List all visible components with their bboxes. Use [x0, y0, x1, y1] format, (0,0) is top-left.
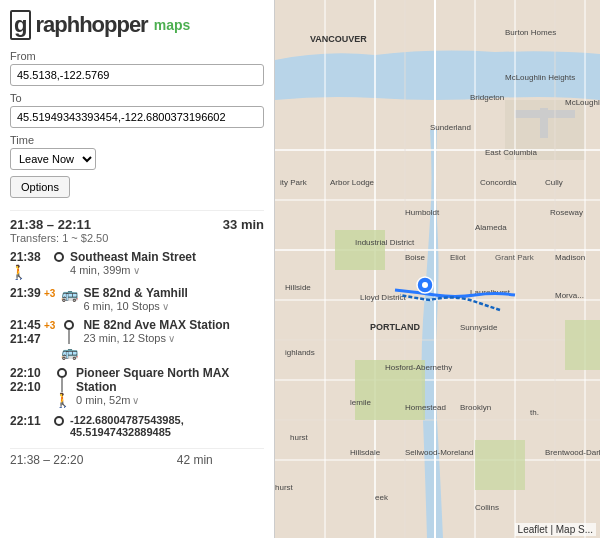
route-summary-left: 21:38 – 22:11 Transfers: 1 ~ $2.50	[10, 217, 108, 244]
step-5-title: -122.68004787543985,45.51947432889485	[70, 414, 184, 438]
step-3-time1: 21:45 +3	[10, 318, 55, 332]
svg-text:Grant Park: Grant Park	[495, 253, 535, 262]
svg-text:Sunnyside: Sunnyside	[460, 323, 498, 332]
svg-point-64	[422, 282, 428, 288]
svg-text:Hosford-Abernethy: Hosford-Abernethy	[385, 363, 452, 372]
svg-text:Industrial District: Industrial District	[355, 238, 415, 247]
from-label: From	[10, 50, 264, 62]
route-time-range: 21:38 – 22:11	[10, 217, 108, 232]
step-3-content: NE 82nd Ave MAX Station 23 min, 12 Stops…	[83, 318, 229, 344]
svg-text:Lloyd District: Lloyd District	[360, 293, 407, 302]
step-2-content: SE 82nd & Yamhill 6 min, 10 Stops ∨	[83, 286, 187, 312]
step-4-detail: 0 min, 52m ∨	[76, 394, 264, 406]
svg-text:lemile: lemile	[350, 398, 371, 407]
logo-g: g	[10, 10, 31, 40]
logo-text: raphhopper	[35, 12, 147, 38]
svg-text:ighlands: ighlands	[285, 348, 315, 357]
svg-rect-23	[565, 320, 600, 370]
bus-icon-1: 🚌	[61, 286, 77, 302]
bus-icon-2: 🚌	[61, 344, 77, 360]
step-2: 21:39 +3 🚌 SE 82nd & Yamhill 6 min, 10 S…	[10, 286, 264, 312]
map-area: VANCOUVER Burton Homes McLoughlin Height…	[275, 0, 600, 538]
svg-rect-22	[475, 440, 525, 490]
svg-text:hurst: hurst	[275, 483, 294, 492]
step-4-chevron[interactable]: ∨	[132, 395, 139, 406]
svg-text:Hillside: Hillside	[285, 283, 311, 292]
route-transfers: Transfers: 1 ~ $2.50	[10, 232, 108, 244]
svg-text:Sunderland: Sunderland	[430, 123, 471, 132]
step-5-time: 22:11	[10, 414, 41, 428]
svg-text:Humboldt: Humboldt	[405, 208, 440, 217]
svg-text:Bridgeton: Bridgeton	[470, 93, 504, 102]
step-2-time: 21:39 +3	[10, 286, 55, 300]
to-label: To	[10, 92, 264, 104]
map-svg: VANCOUVER Burton Homes McLoughlin Height…	[275, 0, 600, 538]
from-input[interactable]	[10, 64, 264, 86]
svg-text:Concordia: Concordia	[480, 178, 517, 187]
svg-text:McLoughlin: McLoughlin	[565, 98, 600, 107]
step-1-detail: 4 min, 399m ∨	[70, 264, 140, 276]
svg-text:eek: eek	[375, 493, 389, 502]
step-2-title: SE 82nd & Yamhill	[83, 286, 187, 300]
svg-text:Brooklyn: Brooklyn	[460, 403, 491, 412]
svg-text:Collins: Collins	[475, 503, 499, 512]
step-4-title: Pioneer Square North MAX Station	[76, 366, 264, 394]
step-1-title: Southeast Main Street	[70, 250, 196, 264]
svg-text:Arbor Lodge: Arbor Lodge	[330, 178, 375, 187]
walk-icon-1: 🚶	[10, 264, 27, 280]
to-group: To	[10, 92, 264, 128]
step-3-dot	[64, 320, 74, 330]
svg-text:Cully: Cully	[545, 178, 563, 187]
left-panel: g raphhopper maps From To Time Leave Now…	[0, 0, 275, 538]
step-1-time: 21:38	[10, 250, 41, 264]
step-2-chevron[interactable]: ∨	[162, 301, 169, 312]
step-5: 22:11 -122.68004787543985,45.51947432889…	[10, 414, 264, 438]
step-3: 21:45 +3 21:47 🚌 NE 82nd Ave MAX Station…	[10, 318, 264, 360]
logo-container: g raphhopper maps	[10, 10, 264, 40]
map-attribution: Leaflet | Map S...	[515, 523, 596, 536]
walk-icon-2: 🚶	[54, 392, 70, 408]
from-group: From	[10, 50, 264, 86]
svg-text:Hillsdale: Hillsdale	[350, 448, 381, 457]
step-2-detail: 6 min, 10 Stops ∨	[83, 300, 187, 312]
options-button[interactable]: Options	[10, 176, 70, 198]
time-group: Time Leave Now	[10, 134, 264, 170]
svg-text:Roseway: Roseway	[550, 208, 583, 217]
svg-text:McLoughlin Heights: McLoughlin Heights	[505, 73, 575, 82]
route-duration: 33 min	[223, 217, 264, 232]
svg-text:Brentwood-Darlin...: Brentwood-Darlin...	[545, 448, 600, 457]
svg-text:Morva...: Morva...	[555, 291, 584, 300]
step-4-time2: 22:10	[10, 380, 48, 394]
time-select[interactable]: Leave Now	[10, 148, 96, 170]
step-1-content: Southeast Main Street	[70, 250, 196, 264]
svg-text:Burton Homes: Burton Homes	[505, 28, 556, 37]
step-4-dot	[57, 368, 67, 378]
step-5-content: -122.68004787543985,45.51947432889485	[70, 414, 184, 438]
step-2-plus: +3	[44, 288, 55, 299]
svg-text:VANCOUVER: VANCOUVER	[310, 34, 367, 44]
step-3-time2: 21:47	[10, 332, 55, 346]
map-pin	[417, 277, 433, 293]
svg-text:Homestead: Homestead	[405, 403, 446, 412]
time-row: Leave Now	[10, 148, 264, 170]
step-3-chevron[interactable]: ∨	[168, 333, 175, 344]
step-3-title: NE 82nd Ave MAX Station	[83, 318, 229, 332]
svg-text:PORTLAND: PORTLAND	[370, 322, 420, 332]
svg-text:ity Park: ity Park	[280, 178, 308, 187]
time-label: Time	[10, 134, 264, 146]
svg-text:Madison: Madison	[555, 253, 585, 262]
step-4-connector	[61, 378, 63, 392]
step-1-dot	[54, 252, 64, 262]
step-4-content: Pioneer Square North MAX Station 0 min, …	[76, 366, 264, 406]
step-1: 21:38 Southeast Main Street 🚶 4 min, 399…	[10, 250, 264, 280]
svg-rect-3	[540, 108, 548, 138]
to-input[interactable]	[10, 106, 264, 128]
step-4-time1: 22:10	[10, 366, 48, 380]
logo-maps-label: maps	[154, 17, 191, 33]
step-1-chevron[interactable]: ∨	[133, 265, 140, 276]
step-5-dot	[54, 416, 64, 426]
step-3-detail: 23 min, 12 Stops ∨	[83, 332, 229, 344]
svg-text:Boise: Boise	[405, 253, 426, 262]
bottom-summary: 21:38 – 22:20 42 min	[10, 448, 264, 467]
route-summary: 21:38 – 22:11 Transfers: 1 ~ $2.50 33 mi…	[10, 210, 264, 244]
